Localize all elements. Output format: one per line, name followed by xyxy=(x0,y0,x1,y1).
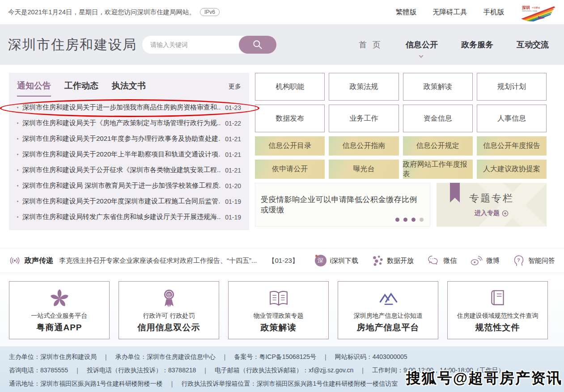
card-credit-disclosure[interactable]: 信 行政许可 行政处罚 信用信息双公示 xyxy=(119,281,219,339)
special-topics-card[interactable]: 专题专栏 进入专题 xyxy=(437,183,547,227)
card-title: 粤商通APP xyxy=(36,322,82,333)
list-item: 深圳市住房和建设局转发广东省住房和城乡建设厅关于开展违规海... 01-19 xyxy=(17,209,241,225)
quicklink-policies-regulations[interactable]: 政策法规 xyxy=(329,73,399,101)
special-topics-title: 专题专栏 xyxy=(437,192,547,205)
nav-gov-services[interactable]: 政务服务 xyxy=(461,39,493,50)
quicklink-data-release[interactable]: 数据发布 xyxy=(255,105,325,132)
accessibility-tools-link[interactable]: 无障碍工具 xyxy=(433,8,467,17)
tab-notices[interactable]: 通知公告 xyxy=(17,80,51,97)
quicklink-disclosure-rules[interactable]: 信息公开规定 xyxy=(403,136,473,156)
quicklink-grid-plain: 机构职能 政策法规 政策解读 规划计划 数据发布 业务工作 资金信息 人事信息 xyxy=(255,73,547,132)
mobile-version-link[interactable]: 手机版 xyxy=(483,8,505,17)
quicklink-personnel-info[interactable]: 人事信息 xyxy=(477,105,547,132)
card-subtitle: 住房建设领域规范性文件查询 xyxy=(457,312,539,320)
search-button[interactable] xyxy=(239,36,276,54)
carousel-dot[interactable] xyxy=(411,218,416,222)
quicklink-website-annual-report[interactable]: 政府网站工作年度报表 xyxy=(403,160,473,179)
notice-date: 01-20 xyxy=(225,182,241,190)
weibo-link[interactable]: 微博 xyxy=(470,255,500,266)
nav-info-disclosure[interactable]: 信息公开 xyxy=(406,39,438,50)
tab-enforcement-docs[interactable]: 执法文书 xyxy=(112,80,146,96)
quicklink-npc-cppcc-proposals[interactable]: 人大建议政协提案 xyxy=(477,160,547,179)
enter-topics-link[interactable]: 进入专题 xyxy=(475,209,509,217)
notice-link[interactable]: 深圳市住房和建设局关于2020年度深圳市建设工程施工合同后监管... xyxy=(22,197,221,206)
policy-news-label: 政声传递 xyxy=(25,256,53,266)
more-link[interactable]: 更多 xyxy=(229,83,241,91)
carousel-dots xyxy=(395,218,424,222)
notice-link[interactable]: 深圳市住房和建设局关于进一步加强我市商品住房购房资格审查和... xyxy=(22,103,221,112)
quicklink-disclosure-catalog[interactable]: 信息公开目录 xyxy=(255,136,325,156)
notice-link[interactable]: 深圳市住房和建设局关于公开征求《深圳市各类物业建筑安装工程... xyxy=(22,166,221,174)
svg-text:?: ? xyxy=(517,257,520,263)
smart-qa-link[interactable]: ? 智能问答 xyxy=(513,254,555,267)
list-item: 深圳市住房和建设局关于2020年上半年勘察项目和轨道交通设计项... 01-21 xyxy=(17,147,241,162)
notice-link[interactable]: 深圳市住房和建设局 深圳市教育局关于进一步加强学校装修工程质... xyxy=(22,181,221,190)
card-subtitle: 物业管理政策专题 xyxy=(254,312,304,320)
bullet-icon xyxy=(17,185,18,186)
card-yueshangtong-app[interactable]: 一站式企业服务平台 粤商通APP xyxy=(9,281,110,339)
quicklink-business-work[interactable]: 业务工作 xyxy=(329,105,399,132)
footer-row-organizations: 主办单位：深圳市住房和建设局 ｜ 承办单位：深圳市住房建设信息中心 ｜ 备案号：… xyxy=(9,350,555,363)
quicklink-plans[interactable]: 规划计划 xyxy=(477,73,547,101)
circle-plus-icon xyxy=(502,210,509,217)
notice-link[interactable]: 深圳市住房和建设局关于2020年上半年勘察项目和轨道交通设计项... xyxy=(22,150,221,159)
quicklink-disclosure-guide[interactable]: 信息公开指南 xyxy=(329,136,399,156)
carousel-dot[interactable] xyxy=(395,218,399,222)
notice-date: 01-21 xyxy=(225,151,241,158)
traditional-chinese-link[interactable]: 繁體版 xyxy=(396,8,417,17)
notice-link[interactable]: 深圳市住房和建设局关于《房地产政策制定与市场管理行政行为规... xyxy=(22,119,221,127)
chevron-down-icon xyxy=(419,54,424,58)
svg-text:信: 信 xyxy=(166,293,171,297)
list-item: 深圳市住房和建设局 深圳市教育局关于进一步加强学校装修工程质... 01-20 xyxy=(17,178,241,194)
quicklink-disclosure-on-request[interactable]: 依申请公开 xyxy=(255,160,325,179)
notice-panel: 通知公告 工作动态 执法文书 更多 深圳市住房和建设局关于进一步加强我市商品住房… xyxy=(9,73,249,230)
ishenzhen-download-link[interactable]: 深 i深圳下载 xyxy=(315,255,358,266)
list-item: 深圳市住房和建设局关于进一步加强我市商品住房购房资格审查和... 01-23 xyxy=(17,100,241,115)
notice-tabs: 通知公告 工作动态 执法文书 更多 xyxy=(9,73,249,97)
card-real-estate-platform[interactable]: 深圳房地产信息让你知道 房地产信息平台 xyxy=(338,281,438,339)
wechat-link[interactable]: 微信 xyxy=(427,255,457,266)
quicklink-panel: 机构职能 政策法规 政策解读 规划计划 数据发布 业务工作 资金信息 人事信息 … xyxy=(255,73,547,227)
carousel-dot[interactable] xyxy=(420,218,424,222)
card-subtitle: 深圳房地产信息让你知道 xyxy=(354,312,423,320)
notice-date: 01-21 xyxy=(225,167,241,174)
quicklink-exposure-platform[interactable]: 曝光台 xyxy=(329,160,399,179)
shenzhen-city-logo[interactable]: 深圳 中国鹏城 SHENZHEN CHINA xyxy=(520,3,556,21)
carousel-banner[interactable]: 受疫情影响企业可以申请降低公积金缴存比例或缓缴 xyxy=(255,183,430,227)
bauhinia-flower-icon xyxy=(49,288,70,309)
real-estate-roof-icon xyxy=(378,291,399,307)
quicklink-agency-functions[interactable]: 机构职能 xyxy=(255,73,325,101)
bullet-icon xyxy=(17,122,18,124)
tab-work-updates[interactable]: 工作动态 xyxy=(64,80,98,96)
search-input[interactable] xyxy=(142,41,244,48)
card-normative-documents[interactable]: 住房建设领域规范性文件查询 规范性文件 xyxy=(447,281,548,339)
notice-list: 深圳市住房和建设局关于进一步加强我市商品住房购房资格审查和... 01-23 深… xyxy=(9,97,249,225)
search-box xyxy=(142,36,276,54)
policy-news-bar: 政声传递 李克强主持召开专家企业家座谈会征求对政府工作报告、“十四五”... 【… xyxy=(0,248,564,273)
bullet-icon xyxy=(17,154,18,155)
data-dots-icon xyxy=(372,255,383,266)
quicklink-policy-interpretation[interactable]: 政策解读 xyxy=(403,73,473,101)
card-subtitle: 一站式企业服务平台 xyxy=(31,312,88,320)
nav-home[interactable]: 首 页 xyxy=(359,39,382,50)
notice-link[interactable]: 深圳市住房和建设局关于2021年度参与办理行政事务及协助查处建... xyxy=(22,135,221,143)
closed-book-icon xyxy=(489,289,506,308)
carousel-dot[interactable] xyxy=(403,218,407,222)
svg-text:中国鹏城: 中国鹏城 xyxy=(532,6,540,9)
ipv6-badge[interactable]: IPv6 xyxy=(200,8,220,16)
search-icon xyxy=(252,39,263,51)
smart-qa-icon: ? xyxy=(513,254,525,267)
card-subtitle: 行政许可 行政处罚 xyxy=(143,312,195,320)
quicklink-annual-report[interactable]: 信息公开年度报告 xyxy=(477,136,547,156)
bullet-icon xyxy=(17,169,18,171)
card-title: 信用信息双公示 xyxy=(138,322,200,333)
banner-text: 受疫情影响企业可以申请降低公积金缴存比例或缓缴 xyxy=(261,194,424,215)
card-policy-interpretation[interactable]: 物业管理政策专题 政策解读 xyxy=(228,281,329,339)
quicklink-funding-info[interactable]: 资金信息 xyxy=(403,105,473,132)
weibo-icon xyxy=(470,255,483,266)
open-data-link[interactable]: 数据开放 xyxy=(372,255,414,266)
notice-link[interactable]: 深圳市住房和建设局转发广东省住房和城乡建设厅关于开展违规海... xyxy=(22,213,221,221)
policy-news-headline[interactable]: 李克强主持召开专家企业家座谈会征求对政府工作报告、“十四五”... xyxy=(59,257,257,265)
notice-date: 01-19 xyxy=(225,214,241,221)
nav-interaction[interactable]: 互动交流 xyxy=(517,39,549,50)
